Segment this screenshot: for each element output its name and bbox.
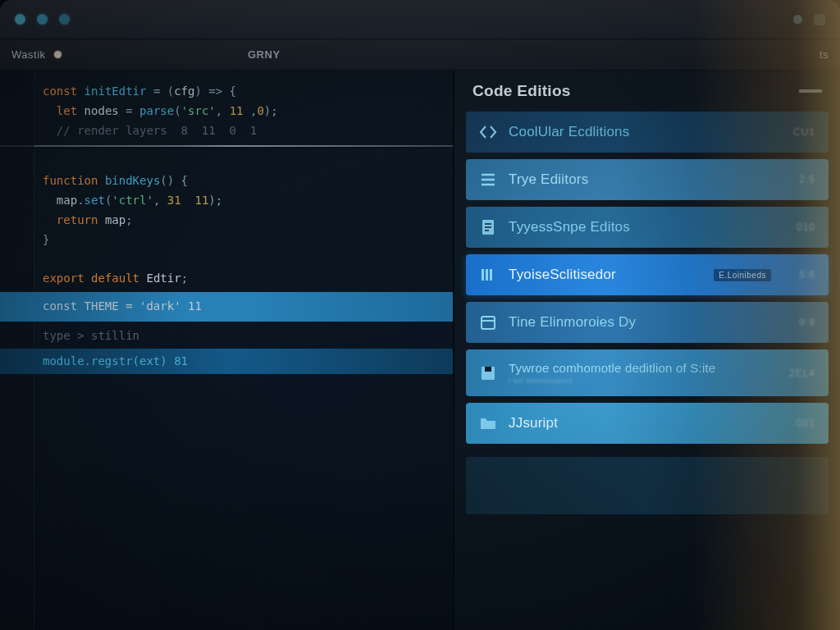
code-area[interactable]: const initEdtir = (cfg) => { let nodes =… — [43, 82, 438, 140]
window-controls — [793, 14, 825, 25]
status-dot-icon — [793, 15, 802, 24]
list-item[interactable]: CoolUlar EcdlitionsCU1 — [466, 112, 829, 153]
code-line[interactable]: let nodes = parse('src', 11 ,0); — [43, 102, 438, 121]
list-item-meta: 2:5 — [799, 174, 815, 185]
calendar-icon — [479, 313, 497, 331]
list-item-meta: 010 — [797, 221, 815, 233]
list-item[interactable]: Tywroe comhomotle deditlion of S:itet lo… — [466, 349, 829, 396]
list-item-sublabel: t lorl inermonseors — [509, 377, 778, 385]
active-tab[interactable]: Wastik — [11, 48, 62, 61]
toolbar-right-label: ts — [819, 48, 829, 61]
code-line[interactable]: const initEdtir = (cfg) => { — [43, 82, 438, 102]
code-small: type > stillin — [43, 326, 438, 346]
side-panel: Code Editios CoolUlar EcdlitionsCU1Trye … — [453, 71, 840, 630]
list-item[interactable]: TyyessSnpe Editos010 — [466, 207, 829, 248]
list-item-meta: 2EL4 — [789, 368, 815, 379]
editor-separator — [0, 145, 453, 147]
list-icon — [479, 171, 497, 189]
doc-icon — [479, 218, 497, 236]
list-item-meta: 9:9 — [799, 317, 815, 328]
code-area-2[interactable]: function bindKeys() { map.set('ctrl', 31… — [43, 152, 438, 289]
panel-header: Code Editios — [454, 71, 840, 108]
highlighted-line[interactable]: const THEME = 'dark' 11 — [0, 292, 453, 322]
toolbar: Wastik GRNY ts — [0, 39, 840, 71]
code-icon — [479, 123, 497, 141]
code-comment: type > stillin — [43, 326, 438, 346]
panel-footer-slot — [466, 457, 829, 514]
list-item-label: Tywroe comhomotle deditlion of S:itet lo… — [509, 361, 778, 385]
list-item-label: CoolUlar Ecdlitions — [509, 124, 782, 140]
code-line[interactable] — [43, 249, 438, 269]
minimize-icon[interactable] — [799, 89, 822, 93]
panel-list: CoolUlar EcdlitionsCU1Trye Ediitors2:5Ty… — [454, 108, 840, 447]
list-item[interactable]: TyoiseSclitisedorE.Loinibeds5:6 — [466, 254, 829, 295]
code-line[interactable]: export default Edtir; — [43, 269, 438, 289]
main-split: const initEdtir = (cfg) => { let nodes =… — [0, 71, 840, 630]
list-item-meta: 001 — [797, 418, 815, 429]
highlighted-text: const THEME = 'dark' 11 — [43, 299, 202, 313]
layout-toggle-icon[interactable] — [814, 14, 825, 25]
list-item-meta: 5:6 — [799, 269, 815, 281]
save-icon — [479, 364, 497, 382]
panel-title: Code Editios — [472, 82, 571, 100]
highlighted-line-2[interactable]: module.regstr(ext) 81 — [0, 349, 453, 375]
list-item[interactable]: JJsuript001 — [466, 403, 829, 444]
traffic-dot-icon[interactable] — [15, 14, 25, 25]
toolbar-center-label: GRNY — [248, 48, 281, 61]
code-line[interactable]: return map; — [43, 211, 438, 231]
tab-label: Wastik — [11, 48, 46, 61]
code-line[interactable]: } — [43, 231, 438, 250]
code-line[interactable]: map.set('ctrl', 31 11); — [43, 191, 438, 211]
folder-icon — [479, 414, 497, 432]
code-line[interactable]: function bindKeys() { — [43, 171, 438, 191]
list-item-label: JJsuript — [509, 415, 785, 431]
window-traffic-lights — [15, 14, 70, 25]
list-item-label: Tine Elinmoroies Dy — [509, 314, 788, 331]
code-line[interactable]: // render layers 8 11 0 1 — [43, 121, 438, 141]
list-item[interactable]: Trye Ediitors2:5 — [466, 159, 829, 200]
code-line[interactable] — [43, 152, 438, 171]
list-item-label: Trye Ediitors — [509, 171, 788, 188]
list-item-badge: E.Loinibeds — [714, 269, 771, 281]
modified-dot-icon — [54, 51, 62, 58]
code-editor[interactable]: const initEdtir = (cfg) => { let nodes =… — [0, 71, 453, 630]
traffic-dot-icon[interactable] — [59, 14, 70, 25]
traffic-dot-icon[interactable] — [37, 14, 48, 25]
highlighted-text-2: module.regstr(ext) 81 — [43, 354, 188, 368]
list-item[interactable]: Tine Elinmoroies Dy9:9 — [466, 302, 829, 343]
list-item-meta: CU1 — [793, 126, 815, 138]
titlebar — [0, 0, 840, 39]
list-item-label: TyyessSnpe Editos — [509, 219, 785, 235]
bars-icon — [479, 266, 497, 284]
